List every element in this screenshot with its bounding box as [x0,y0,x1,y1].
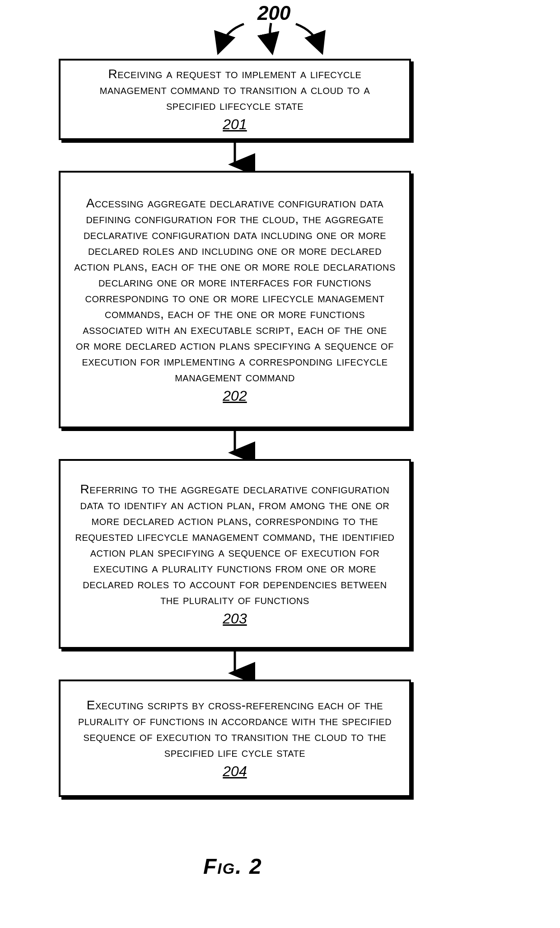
step-201-box: Receiving a request to implement a lifec… [59,59,411,140]
figure-caption: Fig. 2 [203,854,262,879]
step-204-num: 204 [223,763,247,780]
step-204-box: Executing scripts by cross-referencing e… [59,680,411,797]
step-203-num: 203 [223,610,247,627]
step-202-text: Accessing aggregate declarative configur… [74,195,396,385]
entry-arrow-right [289,22,330,53]
step-203-text: Referring to the aggregate declarative c… [74,481,396,608]
flowchart-canvas: 200 Receiving a request to implement a l… [0,0,560,928]
entry-arrow-center [262,22,280,53]
step-202-box: Accessing aggregate declarative configur… [59,171,411,428]
step-204-text: Executing scripts by cross-referencing e… [74,697,396,760]
step-201-num: 201 [223,116,247,133]
arrow-201-to-202 [230,143,239,171]
arrow-203-to-204 [230,651,239,680]
step-203-box: Referring to the aggregate declarative c… [59,459,411,649]
entry-arrow-left [212,22,253,53]
arrow-202-to-203 [230,431,239,459]
step-202-num: 202 [223,388,247,404]
diagram-ref-number: 200 [257,2,290,24]
step-201-text: Receiving a request to implement a lifec… [74,66,396,113]
